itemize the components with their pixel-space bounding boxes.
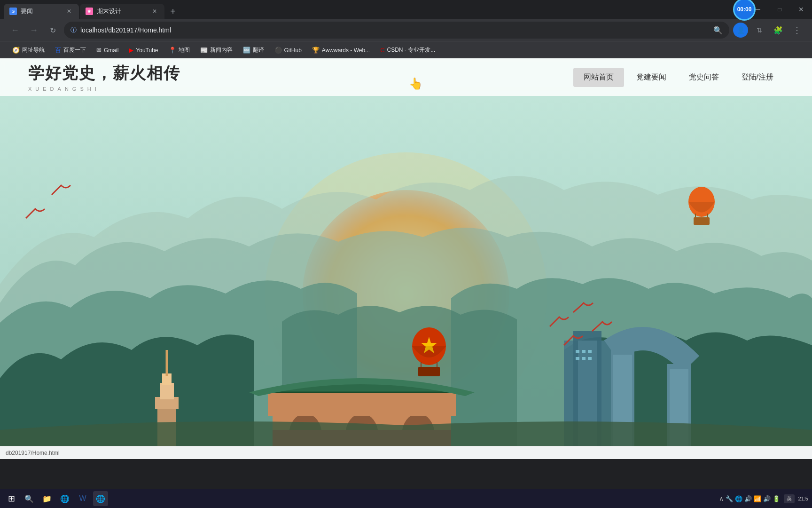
taskbar: ⊞ 🔍 📁 🌐 W 🌐 ∧ 🔧 🌐 🔊 📶 🔊 🔋 英 21:5 — [0, 489, 812, 508]
taskbar-edge[interactable]: 🌐 — [57, 491, 72, 506]
taskbar-right: ∧ 🔧 🌐 🔊 📶 🔊 🔋 英 21:5 — [719, 494, 808, 503]
svg-rect-12 — [576, 350, 579, 353]
status-bar: db201917/Home.html — [0, 446, 812, 459]
tab-close-qimosheji[interactable]: ✕ — [150, 7, 159, 16]
svg-rect-16 — [582, 357, 586, 360]
bookmark-maps[interactable]: 📍 地图 — [164, 44, 195, 56]
bookmark-news[interactable]: 📰 新闻内容 — [195, 44, 237, 56]
security-icon: ⓘ — [70, 26, 77, 34]
site-subtitle: XUEDANGSHI — [28, 86, 180, 92]
back-button[interactable]: ← — [8, 23, 23, 38]
close-button[interactable]: ✕ — [790, 2, 812, 17]
reload-button[interactable]: ↻ — [45, 23, 60, 38]
taskbar-chrome[interactable]: 🌐 — [93, 491, 108, 506]
bookmark-translate[interactable]: 🔤 翻译 — [238, 44, 269, 56]
cursor-hand: 👆 — [409, 77, 423, 90]
search-icon: 🔍 — [713, 26, 723, 35]
tab-title-yaowen: 要闻 — [21, 7, 61, 16]
svg-rect-20 — [160, 383, 174, 399]
bookmark-icon-gmail: ✉ — [96, 47, 102, 54]
tray-volume: 🔊 — [763, 495, 771, 502]
window-controls: ─ □ ✕ — [747, 0, 812, 19]
status-url: db201917/Home.html — [6, 450, 60, 456]
bookmark-icon-awwwards: 🏆 — [312, 47, 320, 54]
main-content: 学好党史，薪火相传 XUEDANGSHI 网站首页 党建要闻 党史问答 登陆/注… — [0, 58, 812, 459]
taskbar-clock: 21:5 — [798, 496, 808, 501]
nav-quiz[interactable]: 党史问答 — [679, 68, 729, 87]
extensions-button[interactable]: 🧩 — [771, 23, 786, 38]
menu-button[interactable]: ⋮ — [789, 23, 804, 38]
site-logo: 学好党史，薪火相传 XUEDANGSHI — [28, 63, 180, 92]
svg-rect-13 — [582, 350, 586, 353]
profile-button[interactable]: 👤 — [733, 23, 748, 38]
url-bar[interactable]: ⓘ localhost/db201917/Home.html 🔍 — [64, 22, 729, 39]
bookmark-icon-translate: 🔤 — [243, 47, 250, 54]
tab-yaowen[interactable]: G 要闻 ✕ — [4, 4, 79, 19]
bookmark-icon-news: 📰 — [200, 47, 208, 54]
svg-rect-15 — [576, 357, 579, 360]
url-text: localhost/db201917/Home.html — [80, 26, 710, 34]
new-tab-button[interactable]: + — [165, 4, 180, 19]
bookmark-github[interactable]: ⚫ GitHub — [270, 45, 306, 56]
balloon-right — [408, 326, 450, 378]
bookmark-youtube[interactable]: ▶ YouTube — [124, 45, 163, 56]
taskbar-left: ⊞ 🔍 📁 🌐 W 🌐 — [4, 491, 108, 506]
nav-login[interactable]: 登陆/注册 — [731, 68, 784, 87]
taskbar-tray-icons: ∧ 🔧 🌐 🔊 📶 🔊 🔋 — [719, 495, 780, 502]
bookmark-icon-maps: 📍 — [169, 47, 176, 54]
tray-icon-3: 🔊 — [744, 495, 752, 502]
nav-home[interactable]: 网站首页 — [573, 68, 624, 87]
bookmark-icon-csdn: C — [380, 47, 384, 54]
taskbar-word[interactable]: W — [75, 491, 90, 506]
taskbar-lang[interactable]: 英 — [784, 494, 795, 503]
svg-rect-35 — [418, 367, 440, 376]
bookmark-icon-github: ⚫ — [274, 47, 282, 54]
tray-show-hidden[interactable]: ∧ — [719, 495, 724, 502]
bookmark-icon-nav: 🧭 — [12, 47, 20, 54]
bookmark-gmail[interactable]: ✉ Gmail — [92, 45, 123, 56]
tab-bar: G 要闻 ✕ ❀ 期末设计 ✕ + ─ □ ✕ 00:00 — [0, 0, 812, 19]
site-nav: 网站首页 党建要闻 党史问答 登陆/注册 — [573, 68, 784, 87]
balloon-top-right — [685, 185, 718, 228]
site-title: 学好党史，薪火相传 — [28, 63, 180, 84]
svg-rect-14 — [588, 350, 592, 353]
tab-favicon-qimosheji: ❀ — [86, 8, 93, 15]
svg-rect-8 — [268, 392, 456, 416]
bookmark-wangzhidaohang[interactable]: 🧭 网址导航 — [8, 44, 49, 56]
taskbar-time: 21:5 — [798, 496, 808, 501]
tray-network: 📶 — [754, 495, 761, 502]
tab-title-qimosheji: 期末设计 — [97, 7, 147, 16]
site-header: 学好党史，薪火相传 XUEDANGSHI 网站首页 党建要闻 党史问答 登陆/注… — [0, 58, 812, 96]
browser-window: G 要闻 ✕ ❀ 期末设计 ✕ + ─ □ ✕ 00:00 ← → ↻ ⓘ — [0, 0, 812, 508]
hero-illustration — [0, 58, 812, 459]
bookmark-baidu[interactable]: 百 百度一下 — [50, 44, 91, 56]
taskbar-explorer[interactable]: 📁 — [39, 491, 55, 506]
tab-close-yaowen[interactable]: ✕ — [65, 7, 73, 16]
sync-button[interactable]: ⇅ — [752, 23, 767, 38]
nav-news[interactable]: 党建要闻 — [626, 68, 677, 87]
forward-button[interactable]: → — [26, 23, 41, 38]
maximize-button[interactable]: □ — [769, 2, 790, 17]
start-button[interactable]: ⊞ — [4, 491, 19, 506]
bookmark-icon-baidu: 百 — [55, 46, 61, 55]
taskbar-search[interactable]: 🔍 — [22, 491, 37, 506]
svg-rect-17 — [588, 357, 592, 360]
tab-favicon-yaowen: G — [9, 8, 17, 15]
tab-qimosheji[interactable]: ❀ 期末设计 ✕ — [80, 4, 164, 19]
address-bar: ← → ↻ ⓘ localhost/db201917/Home.html 🔍 👤… — [0, 19, 812, 41]
bookmark-awwwards[interactable]: 🏆 Awwwards - Web... — [307, 45, 375, 56]
bookmarks-bar: 🧭 网址导航 百 百度一下 ✉ Gmail ▶ YouTube 📍 地图 📰 新… — [0, 41, 812, 58]
bookmark-icon-youtube: ▶ — [129, 47, 133, 54]
tray-battery: 🔋 — [773, 495, 780, 502]
svg-rect-30 — [694, 217, 710, 225]
tray-icon-2: 🌐 — [735, 495, 742, 502]
bookmark-csdn[interactable]: C CSDN - 专业开发... — [375, 44, 440, 56]
tray-icon-1: 🔧 — [726, 495, 733, 502]
